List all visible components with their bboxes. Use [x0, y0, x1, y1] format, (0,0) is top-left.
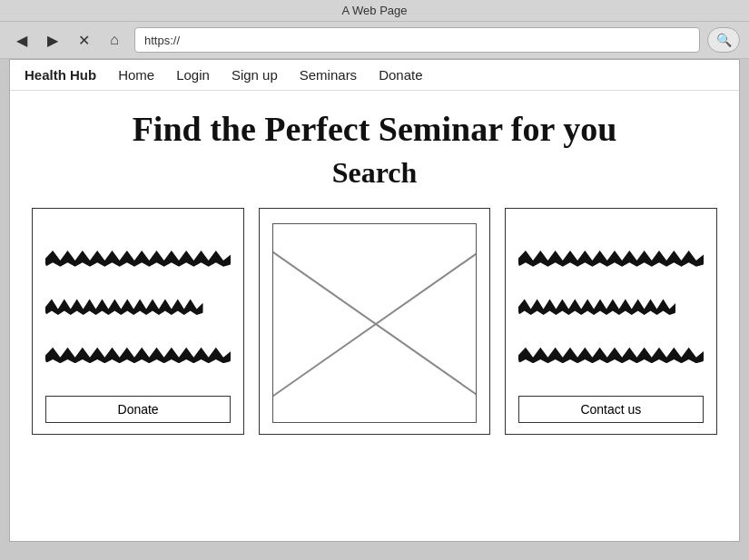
nav-item-login[interactable]: Login: [176, 67, 210, 83]
main-content: Find the Perfect Seminar for you Search …: [10, 91, 739, 453]
card-right: Contact us: [505, 208, 717, 435]
image-placeholder: [272, 223, 477, 423]
address-bar[interactable]: [134, 27, 700, 53]
back-button[interactable]: ◀: [9, 27, 34, 53]
webpage: Health Hub Home Login Sign up Seminars D…: [9, 59, 740, 542]
card-left: Donate: [32, 208, 244, 435]
card-center: [259, 208, 490, 435]
nav-item-home[interactable]: Home: [118, 67, 154, 83]
donate-button[interactable]: Donate: [45, 396, 231, 423]
browser-toolbar: ◀ ▶ ✕ ⌂ 🔍: [0, 22, 749, 59]
nav-item-donate[interactable]: Donate: [379, 67, 422, 83]
text-line-4: [518, 247, 704, 267]
browser-title: A Web Page: [341, 4, 407, 17]
forward-button[interactable]: ▶: [40, 27, 65, 53]
nav-item-signup[interactable]: Sign up: [232, 67, 278, 83]
browser-nav-icons: ◀ ▶ ✕ ⌂: [9, 27, 127, 53]
nav-bar: Health Hub Home Login Sign up Seminars D…: [10, 60, 739, 91]
page-subheading: Search: [32, 156, 717, 190]
text-line-5: [518, 295, 676, 315]
browser-title-bar: A Web Page: [0, 0, 749, 22]
nav-brand[interactable]: Health Hub: [25, 67, 96, 83]
nav-item-seminars[interactable]: Seminars: [300, 67, 357, 83]
text-line-2: [45, 295, 203, 315]
close-button[interactable]: ✕: [71, 27, 96, 53]
cards-row: Donate Contact us: [32, 208, 717, 435]
page-heading: Find the Perfect Seminar for you: [32, 109, 717, 149]
text-line-6: [518, 343, 704, 363]
search-button[interactable]: 🔍: [707, 27, 740, 53]
card-left-text: [45, 223, 231, 387]
contact-us-button[interactable]: Contact us: [518, 396, 704, 423]
text-line-1: [45, 247, 231, 267]
card-right-text: [518, 223, 704, 387]
text-line-3: [45, 343, 231, 363]
home-button[interactable]: ⌂: [102, 27, 127, 53]
